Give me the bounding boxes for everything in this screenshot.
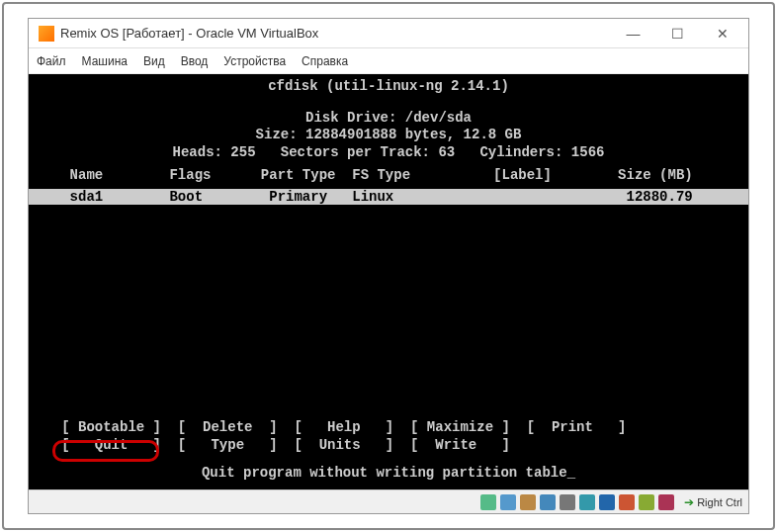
vm-window: Remix OS [Работает] - Oracle VM VirtualB… [28, 18, 749, 514]
menubar: Файл Машина Вид Ввод Устройства Справка [29, 48, 748, 74]
window-title: Remix OS [Работает] - Oracle VM VirtualB… [60, 26, 611, 41]
host-key-label: Right Ctrl [697, 496, 742, 508]
maximize-button[interactable]: ☐ [655, 20, 700, 47]
hdd-icon[interactable] [480, 494, 496, 510]
menu-row-2[interactable]: [ Quit ] [ Type ] [ Units ] [ Write ] [29, 436, 748, 454]
menu-hint: Quit program without writing partition t… [29, 465, 748, 483]
disk-size-line: Size: 12884901888 bytes, 12.8 GB [29, 127, 748, 144]
cd-icon[interactable] [500, 494, 516, 510]
host-key-indicator[interactable]: ➔ Right Ctrl [684, 495, 742, 509]
table-header: Name Flags Part Type FS Type [Label] Siz… [29, 167, 748, 183]
record-icon[interactable] [658, 494, 674, 510]
mouse-icon[interactable] [619, 494, 635, 510]
close-button[interactable]: ✕ [700, 20, 744, 47]
menu-input[interactable]: Ввод [181, 54, 209, 68]
disk-icon[interactable] [520, 494, 536, 510]
share-icon[interactable] [579, 494, 595, 510]
cfdisk-menu: [ Bootable ] [ Delete ] [ Help ] [ Maxim… [29, 418, 748, 482]
minimize-button[interactable]: — [611, 20, 655, 47]
disk-drive-line: Disk Drive: /dev/sda [29, 110, 748, 128]
disk-geometry-line: Heads: 255 Sectors per Track: 63 Cylinde… [29, 144, 748, 162]
arrow-icon: ➔ [684, 495, 694, 509]
titlebar: Remix OS [Работает] - Oracle VM VirtualB… [29, 19, 748, 48]
menu-help[interactable]: Справка [302, 54, 348, 68]
cfdisk-title: cfdisk (util-linux-ng 2.14.1) [29, 78, 748, 96]
menu-view[interactable]: Вид [143, 54, 165, 68]
menu-machine[interactable]: Машина [82, 54, 128, 68]
menu-devices[interactable]: Устройства [223, 54, 286, 68]
statusbar: ➔ Right Ctrl [29, 489, 748, 513]
usb-icon[interactable] [560, 494, 575, 510]
video-icon[interactable] [599, 494, 615, 510]
terminal-screen[interactable]: cfdisk (util-linux-ng 2.14.1) Disk Drive… [29, 74, 748, 489]
menu-row-1[interactable]: [ Bootable ] [ Delete ] [ Help ] [ Maxim… [29, 418, 748, 436]
partition-row-selected[interactable]: sda1 Boot Primary Linux 12880.79 [29, 189, 748, 205]
app-icon [39, 26, 54, 42]
menu-file[interactable]: Файл [37, 54, 66, 68]
clipboard-icon[interactable] [639, 494, 654, 510]
net-icon[interactable] [540, 494, 556, 510]
